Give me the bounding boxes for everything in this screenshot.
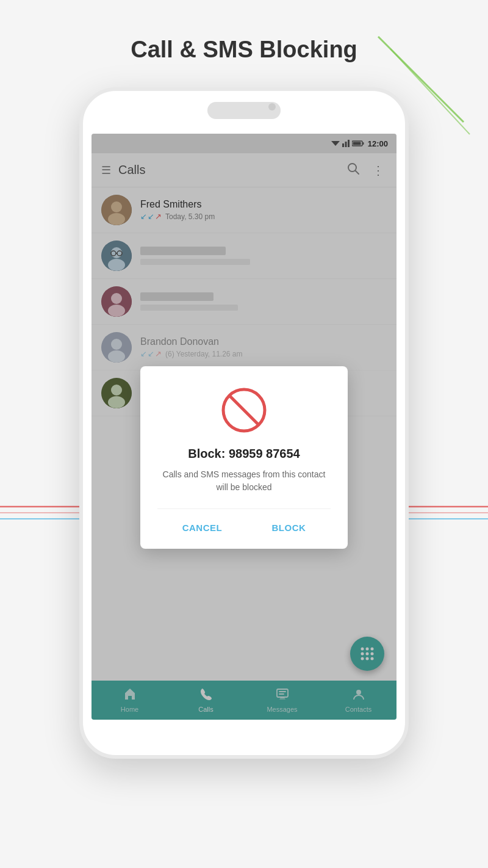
block-button[interactable]: BLOCK (262, 519, 315, 537)
modal-title: Block: 98959 87654 (157, 447, 331, 461)
modal-actions: CANCEL BLOCK (157, 508, 331, 537)
cancel-button[interactable]: CANCEL (173, 519, 232, 537)
page-title: Call & SMS Blocking (131, 37, 357, 63)
phone-camera (268, 103, 276, 110)
phone-frame: 12:00 ☰ Calls ⋮ (79, 87, 409, 759)
block-modal: Block: 98959 87654 Calls and SMS message… (140, 366, 348, 549)
svg-line-36 (230, 396, 258, 424)
modal-overlay: Block: 98959 87654 Calls and SMS message… (92, 134, 396, 720)
phone-screen: 12:00 ☰ Calls ⋮ (92, 134, 396, 720)
modal-description: Calls and SMS messages from this contact… (157, 468, 331, 494)
block-icon (220, 386, 268, 435)
